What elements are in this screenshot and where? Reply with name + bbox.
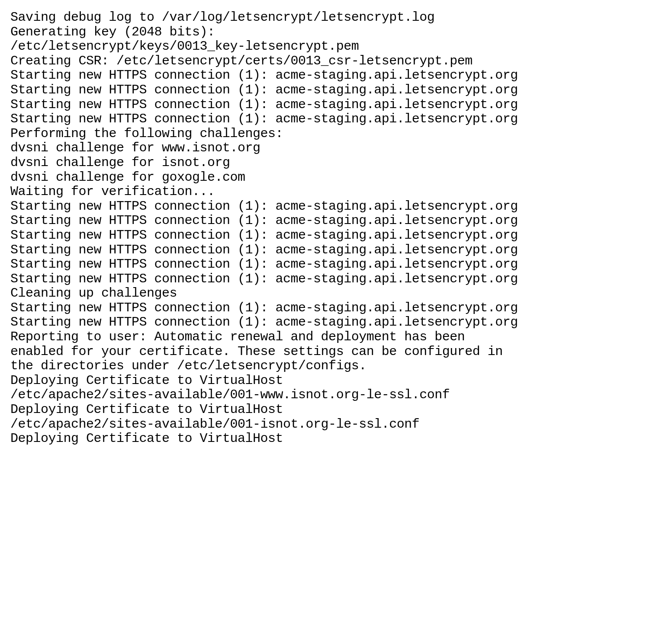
terminal-line: Starting new HTTPS connection (1): acme-… bbox=[10, 214, 672, 228]
terminal-line: Starting new HTTPS connection (1): acme-… bbox=[10, 68, 672, 83]
terminal-line: Starting new HTTPS connection (1): acme-… bbox=[10, 228, 672, 243]
terminal-line: Deploying Certificate to VirtualHost bbox=[10, 432, 672, 446]
terminal-line: Starting new HTTPS connection (1): acme-… bbox=[10, 315, 672, 330]
terminal-line: Starting new HTTPS connection (1): acme-… bbox=[10, 243, 672, 258]
terminal-line: Starting new HTTPS connection (1): acme-… bbox=[10, 83, 672, 98]
terminal-line: Waiting for verification... bbox=[10, 185, 672, 199]
terminal-line: Reporting to user: Automatic renewal and… bbox=[10, 330, 672, 345]
terminal-line: Creating CSR: /etc/letsencrypt/certs/001… bbox=[10, 54, 672, 69]
terminal-line: enabled for your certificate. These sett… bbox=[10, 345, 672, 359]
terminal-line: dvsni challenge for isnot.org bbox=[10, 156, 672, 170]
terminal-line: Starting new HTTPS connection (1): acme-… bbox=[10, 98, 672, 112]
terminal-line: Starting new HTTPS connection (1): acme-… bbox=[10, 112, 672, 127]
terminal-line: Starting new HTTPS connection (1): acme-… bbox=[10, 199, 672, 214]
terminal-line: Cleaning up challenges bbox=[10, 286, 672, 301]
terminal-line: Starting new HTTPS connection (1): acme-… bbox=[10, 301, 672, 316]
terminal-line: /etc/apache2/sites-available/001-isnot.o… bbox=[10, 417, 672, 432]
terminal-line: Starting new HTTPS connection (1): acme-… bbox=[10, 257, 672, 272]
terminal-line: dvsni challenge for goxogle.com bbox=[10, 170, 672, 185]
terminal-line: /etc/apache2/sites-available/001-www.isn… bbox=[10, 388, 672, 403]
terminal-line: Saving debug log to /var/log/letsencrypt… bbox=[10, 10, 672, 25]
terminal-line: Deploying Certificate to VirtualHost bbox=[10, 403, 672, 417]
terminal-line: Generating key (2048 bits): bbox=[10, 25, 672, 40]
terminal-line: the directories under /etc/letsencrypt/c… bbox=[10, 359, 672, 374]
terminal-line: Starting new HTTPS connection (1): acme-… bbox=[10, 272, 672, 287]
terminal-line: /etc/letsencrypt/keys/0013_key-letsencry… bbox=[10, 39, 672, 54]
terminal-line: dvsni challenge for www.isnot.org bbox=[10, 141, 672, 156]
terminal-line: Performing the following challenges: bbox=[10, 127, 672, 141]
terminal-line: Deploying Certificate to VirtualHost bbox=[10, 374, 672, 388]
terminal-output: Saving debug log to /var/log/letsencrypt… bbox=[10, 10, 672, 446]
